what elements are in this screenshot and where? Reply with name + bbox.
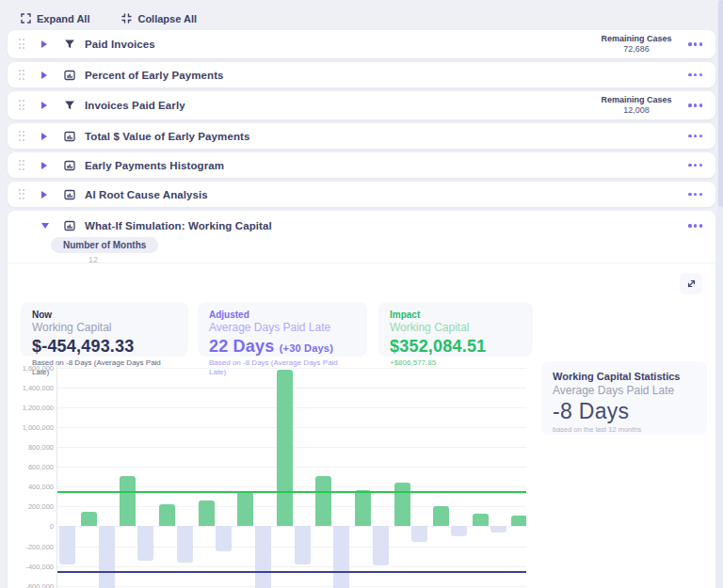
row-menu-button[interactable]: [688, 39, 702, 49]
panel-total-value-early-payments: Total $ Value of Early Payments: [8, 123, 715, 149]
stat-tag: Adjusted: [209, 309, 356, 321]
collapse-all-label: Collapse All: [137, 13, 197, 24]
panel-title[interactable]: Total $ Value of Early Payments: [85, 131, 249, 142]
bar-adjusted-month-1[interactable]: [81, 512, 97, 527]
collapse-all-icon: [121, 13, 132, 24]
row-menu-button[interactable]: [688, 160, 702, 170]
expand-caret-icon[interactable]: [41, 191, 47, 199]
panel-title[interactable]: Invoices Paid Early: [85, 100, 185, 111]
stat-card-adjusted: Adjusted Average Days Paid Late 22 Days …: [198, 302, 367, 357]
widget-icon: [64, 160, 75, 171]
y-tick-label: -600,000: [16, 582, 54, 588]
stat-subtitle: Average Days Paid Late: [209, 321, 356, 336]
scrollbar-thumb[interactable]: [718, 0, 723, 207]
collapse-caret-icon[interactable]: [41, 223, 49, 229]
panel-ai-root-cause-analysis: AI Root Cause Analysis: [8, 182, 715, 207]
panel-title[interactable]: Paid Invoices: [85, 39, 155, 50]
bar-adjusted-month-6[interactable]: [277, 370, 293, 526]
bar-now-month-4[interactable]: [177, 526, 193, 562]
panel-list: Paid Invoices Remaining Cases 72,686 Per…: [0, 28, 723, 588]
bar-adjusted-month-3[interactable]: [159, 504, 175, 526]
widget-icon: [64, 189, 75, 200]
y-tick-label: 1,400,000: [16, 384, 54, 392]
chart-plot: [56, 363, 526, 588]
expand-caret-icon[interactable]: [41, 72, 47, 79]
bar-now-month-5[interactable]: [216, 526, 232, 550]
panel-title[interactable]: AI Root Cause Analysis: [85, 189, 208, 200]
fullscreen-button[interactable]: [680, 273, 702, 294]
scrollbar[interactable]: [717, 0, 723, 588]
drag-handle-icon[interactable]: [19, 70, 26, 81]
y-tick-label: 0: [16, 522, 54, 531]
bar-now-month-1[interactable]: [59, 526, 75, 564]
bar-adjusted-month-7[interactable]: [315, 476, 331, 526]
fullscreen-icon: [686, 278, 697, 289]
widget-icon: [64, 220, 75, 231]
stat-value: $-454,493.33: [32, 336, 177, 358]
y-tick-label: 200,000: [16, 502, 54, 511]
expand-caret-icon[interactable]: [41, 102, 47, 109]
stat-value: $352,084.51: [390, 336, 522, 358]
filter-icon: [64, 100, 75, 111]
bar-adjusted-month-8[interactable]: [355, 490, 371, 527]
panel-percent-early-payments: Percent of Early Payments: [8, 62, 715, 87]
stat-value-extra: (+30 Days): [280, 342, 333, 354]
bar-adjusted-month-4[interactable]: [199, 501, 215, 526]
drag-handle-icon[interactable]: [19, 131, 26, 142]
stat-card-now: Now Working Capital $-454,493.33 Based o…: [21, 302, 188, 357]
panel-invoices-paid-early: Invoices Paid Early Remaining Cases 12,0…: [8, 91, 715, 119]
bar-now-month-7[interactable]: [295, 526, 311, 564]
gridline: [57, 368, 526, 369]
panel-early-payments-histogram: Early Payments Histogram: [8, 152, 715, 178]
bar-adjusted-month-10[interactable]: [433, 506, 449, 526]
bar-adjusted-month-11[interactable]: [473, 514, 489, 527]
drag-handle-icon[interactable]: [19, 189, 26, 200]
stat-tag: Impact: [390, 309, 522, 321]
panel-title[interactable]: Percent of Early Payments: [85, 70, 224, 81]
y-tick-label: 1,600,000: [16, 364, 54, 373]
drag-handle-icon[interactable]: [19, 39, 26, 50]
expand-caret-icon[interactable]: [41, 133, 47, 140]
remaining-cases: Remaining Cases 72,686: [601, 34, 671, 56]
stats-note: based on the last 12 months: [553, 425, 696, 434]
drag-handle-icon[interactable]: [19, 100, 26, 111]
bar-now-month-8[interactable]: [333, 526, 349, 588]
gridline: [57, 547, 526, 548]
bar-adjusted-month-5[interactable]: [237, 492, 253, 527]
bar-adjusted-month-9[interactable]: [394, 483, 410, 526]
panel-title[interactable]: What-If Simulation: Working Capital: [85, 220, 272, 231]
y-tick-label: 1,000,000: [16, 423, 54, 432]
panel-title[interactable]: Early Payments Histogram: [85, 160, 224, 171]
drag-handle-icon[interactable]: [19, 160, 26, 171]
row-menu-button[interactable]: [688, 189, 702, 199]
row-menu-button[interactable]: [688, 70, 702, 80]
stat-card-impact: Impact Working Capital $352,084.51 +$806…: [378, 302, 533, 357]
bar-now-month-6[interactable]: [255, 526, 271, 588]
stat-subtitle: Working Capital: [32, 321, 177, 336]
bar-now-month-10[interactable]: [411, 526, 427, 542]
expand-caret-icon[interactable]: [41, 40, 47, 48]
bar-adjusted-month-12[interactable]: [511, 516, 526, 527]
bar-now-month-12[interactable]: [490, 526, 506, 532]
bar-now-month-9[interactable]: [373, 526, 389, 565]
bar-now-month-3[interactable]: [137, 526, 153, 560]
number-of-months-chip[interactable]: Number of Months: [51, 237, 158, 253]
row-menu-button[interactable]: [688, 100, 702, 110]
expand-caret-icon[interactable]: [41, 162, 47, 169]
expand-all-icon: [21, 13, 31, 24]
collapse-all-button[interactable]: Collapse All: [121, 13, 197, 24]
row-menu-button[interactable]: [688, 220, 702, 230]
expand-all-button[interactable]: Expand All: [21, 13, 89, 24]
working-capital-chart: 1,600,0001,400,0001,200,0001,000,000800,…: [16, 363, 526, 588]
bar-adjusted-month-2[interactable]: [120, 476, 136, 527]
bar-now-month-11[interactable]: [451, 526, 467, 536]
stat-tag: Now: [32, 309, 177, 321]
working-capital-statistics-box: Working Capital Statistics Average Days …: [541, 361, 707, 435]
y-tick-label: -400,000: [16, 563, 54, 571]
bar-now-month-2[interactable]: [99, 526, 115, 588]
now-working-capital-line: [57, 571, 526, 573]
stat-value: 22 Days (+30 Days): [209, 336, 356, 358]
gridline: [57, 566, 526, 567]
stat-subtitle: Working Capital: [390, 321, 522, 336]
row-menu-button[interactable]: [688, 131, 702, 141]
